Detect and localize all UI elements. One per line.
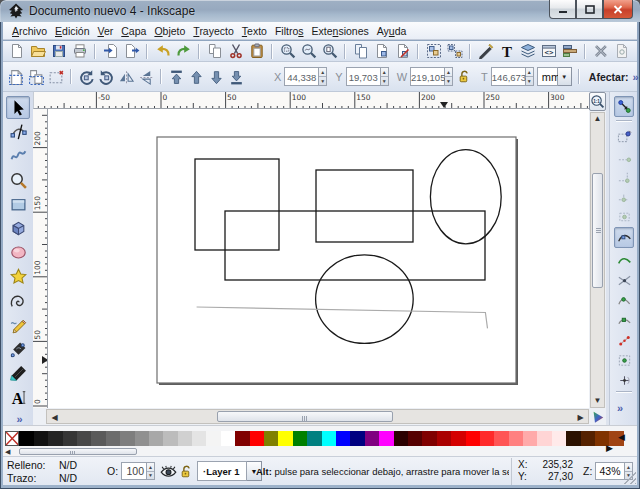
spiral-tool-button[interactable]: [6, 290, 30, 313]
print-document-button[interactable]: [69, 42, 90, 61]
xml-editor-button[interactable]: <>: [538, 42, 559, 61]
palette-swatch-7[interactable]: [120, 431, 134, 446]
snap-midpoints-toggle[interactable]: [614, 331, 634, 349]
tweak-tool-button[interactable]: [6, 144, 30, 167]
node-tool-button[interactable]: [6, 120, 30, 143]
hscroll-right-arrow[interactable]: ▶: [574, 413, 587, 423]
zoom-input[interactable]: 43%: [595, 462, 625, 480]
palette-swatch-3[interactable]: [63, 431, 77, 446]
menu-archivo[interactable]: Archivo: [8, 23, 51, 39]
palette-swatch-20[interactable]: [307, 431, 321, 446]
document-properties-button[interactable]: [611, 42, 632, 61]
redo-button[interactable]: [173, 42, 194, 61]
select-all-button[interactable]: [6, 65, 26, 89]
palette-scroll-left-icon[interactable]: ◀: [618, 432, 625, 442]
layers-dialog-button[interactable]: [517, 42, 538, 61]
duplicate-button[interactable]: [350, 42, 371, 61]
window-resize-grip[interactable]: [624, 472, 636, 484]
unit-select[interactable]: mm ▼: [537, 67, 572, 86]
palette-swatch-9[interactable]: [149, 431, 163, 446]
palette-swatch-29[interactable]: [437, 431, 451, 446]
palette-swatch-34[interactable]: [509, 431, 523, 446]
height-field-input[interactable]: 146,673: [491, 67, 526, 86]
menu-ver[interactable]: Ver: [93, 23, 117, 39]
snapbar-overflow-button[interactable]: »: [617, 402, 622, 414]
menu-ayuda[interactable]: Ayuda: [373, 23, 411, 39]
lock-ratio-toggle[interactable]: [455, 67, 473, 87]
palette-scrollbar-left-arrow[interactable]: ◀: [5, 448, 10, 456]
snap-bbox-toggle[interactable]: [614, 127, 634, 145]
menu-edicin[interactable]: Edición: [51, 23, 93, 39]
menu-objeto[interactable]: Objeto: [150, 23, 189, 39]
open-document-button[interactable]: [27, 42, 48, 61]
close-button[interactable]: [603, 0, 633, 19]
width-field-input[interactable]: 219,105: [410, 67, 445, 86]
lower-to-bottom-button[interactable]: [226, 65, 246, 89]
pencil-tool-button[interactable]: [6, 314, 30, 337]
palette-swatch-30[interactable]: [451, 431, 465, 446]
palette-swatch-27[interactable]: [408, 431, 422, 446]
palette-swatch-25[interactable]: [379, 431, 393, 446]
palette-swatch-32[interactable]: [480, 431, 494, 446]
palette-swatch-19[interactable]: [293, 431, 307, 446]
horizontal-ruler[interactable]: -50050100150200250300: [33, 92, 589, 109]
snap-nodes-toggle[interactable]: [614, 227, 634, 248]
copy-button[interactable]: [204, 42, 225, 61]
calligraphy-tool-button[interactable]: [6, 362, 30, 385]
controls-overflow-button[interactable]: »: [633, 71, 638, 83]
palette-swatch-35[interactable]: [523, 431, 537, 446]
raise-to-top-button[interactable]: [166, 65, 186, 89]
opacity-input[interactable]: 100: [121, 462, 147, 480]
palette-swatch-38[interactable]: [566, 431, 580, 446]
y-field-spinner[interactable]: ▲▼: [381, 67, 389, 86]
import-image-button[interactable]: [100, 42, 121, 61]
zoom-page-button[interactable]: [319, 42, 340, 61]
vscroll-thumb[interactable]: [592, 173, 603, 288]
create-clone-button[interactable]: [371, 42, 392, 61]
paste-button[interactable]: [246, 42, 267, 61]
snap-to-cusp-nodes-toggle[interactable]: [614, 291, 634, 309]
unit-dropdown-arrow[interactable]: ▼: [558, 67, 572, 86]
palette-swatch-13[interactable]: [206, 431, 220, 446]
palette-swatch-22[interactable]: [336, 431, 350, 446]
snap-enable-toggle[interactable]: [614, 96, 634, 117]
deselect-button[interactable]: [46, 65, 66, 89]
palette-swatch-18[interactable]: [278, 431, 292, 446]
menu-trayecto[interactable]: Trayecto: [189, 23, 237, 39]
cut-button[interactable]: [225, 42, 246, 61]
hscroll-thumb[interactable]: [217, 411, 393, 422]
preferences-button[interactable]: [590, 42, 611, 61]
palette-swatch-28[interactable]: [422, 431, 436, 446]
palette-swatch-2[interactable]: [48, 431, 62, 446]
snap-bbox-edge-midpoints-toggle[interactable]: [614, 187, 634, 205]
rotate-ccw-button[interactable]: [76, 65, 96, 89]
palette-swatch-15[interactable]: [235, 431, 249, 446]
layer-lock-toggle[interactable]: [179, 463, 194, 480]
snap-object-centers-toggle[interactable]: [614, 351, 634, 369]
canvas[interactable]: [48, 109, 589, 408]
export-image-button[interactable]: [121, 42, 142, 61]
vscroll-down-arrow[interactable]: ▼: [591, 396, 604, 406]
hscroll-left-arrow[interactable]: ◀: [48, 413, 61, 423]
menu-extensiones[interactable]: Extensiones: [308, 23, 373, 39]
palette-scrollbar-thumb[interactable]: [19, 448, 137, 455]
flip-vertical-button[interactable]: [136, 65, 156, 89]
palette-swatch-21[interactable]: [322, 431, 336, 446]
palette-swatch-39[interactable]: [581, 431, 595, 446]
unlink-clone-button[interactable]: [392, 42, 413, 61]
palette-swatch-37[interactable]: [552, 431, 566, 446]
palette-swatch-1[interactable]: [34, 431, 48, 446]
width-field-spinner[interactable]: ▲▼: [445, 67, 453, 86]
vertical-ruler[interactable]: 050100150200: [33, 109, 48, 408]
vscroll-up-arrow[interactable]: ▲: [591, 114, 604, 124]
fill-stroke-dialog-button[interactable]: [475, 42, 496, 61]
snap-rotation-centers-toggle[interactable]: [614, 371, 634, 389]
vscroll-track[interactable]: ▲ ▼: [590, 112, 605, 408]
palette-swatch-17[interactable]: [264, 431, 278, 446]
snap-bbox-corners-toggle[interactable]: [614, 167, 634, 185]
menu-capa[interactable]: Capa: [117, 23, 150, 39]
palette-swatch-6[interactable]: [106, 431, 120, 446]
fill-stroke-indicator[interactable]: Relleno: N/D Trazo: N/D: [7, 458, 103, 485]
new-document-button[interactable]: [6, 42, 27, 61]
palette-swatch-10[interactable]: [163, 431, 177, 446]
